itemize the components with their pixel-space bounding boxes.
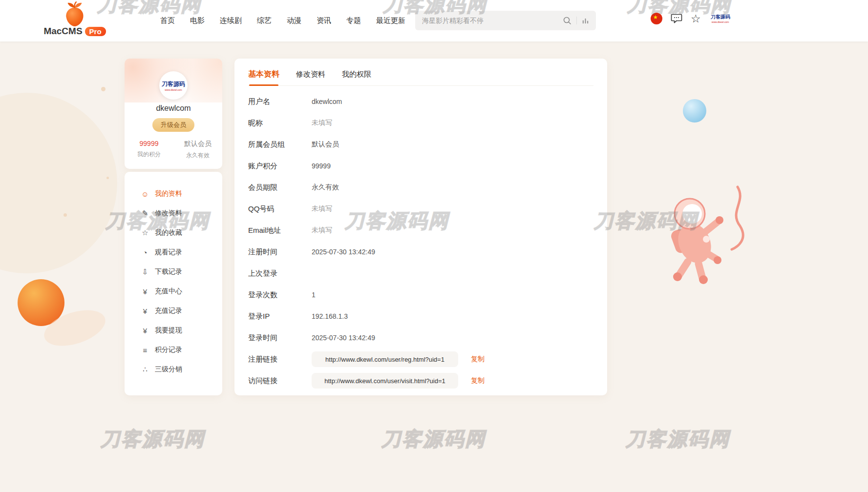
decor-dot xyxy=(106,177,109,179)
sidebar-menu-item[interactable]: ✎ 修改资料 xyxy=(125,204,222,223)
avatar: 刀客源码 www.dkewl.com xyxy=(159,71,188,100)
field-value: dkewlcom xyxy=(312,98,342,105)
field-row: Email地址 未填写 xyxy=(248,220,593,241)
favorite-star-icon[interactable]: ☆ xyxy=(691,13,701,24)
sidebar-menu: ☺ 我的资料 ✎ 修改资料 ☆ 我的收藏 ◔ 观看记录 ⇩ 下载记录 ¥ 充值中… xyxy=(125,172,222,395)
sidebar-menu-item[interactable]: ◔ 观看记录 xyxy=(125,243,222,262)
field-row: QQ号码 未填写 xyxy=(248,198,593,220)
nav-item[interactable]: 综艺 xyxy=(257,16,272,25)
field-value: 未填写 xyxy=(312,205,332,213)
copy-button[interactable]: 复制 xyxy=(471,355,485,364)
field-row: 账户积分 99999 xyxy=(248,155,593,177)
profile-card: 刀客源码 www.dkewl.com dkewlcom 升级会员 99999 我… xyxy=(125,59,222,169)
nav-item[interactable]: 最近更新 xyxy=(376,16,405,25)
field-row: 登录时间 2025-07-30 13:42:49 xyxy=(248,327,593,348)
decor-blue-sphere xyxy=(683,99,706,123)
search-bar xyxy=(415,11,596,30)
link-value-box[interactable]: http://www.dkewl.com/user/visit.html?uid… xyxy=(312,373,458,389)
field-value: 默认会员 xyxy=(312,140,339,149)
search-input[interactable] xyxy=(422,17,563,24)
field-label: 昵称 xyxy=(248,119,312,128)
tab[interactable]: 我的权限 xyxy=(342,63,371,85)
clock-icon: ◔ xyxy=(141,248,149,257)
tab[interactable]: 修改资料 xyxy=(296,63,325,85)
site-header: MacCMS Pro 首页 电影 连续剧 综艺 动漫 资讯 专题 最近更新 xyxy=(0,0,868,41)
search-icon[interactable] xyxy=(563,16,572,25)
field-value: 2025-07-30 13:42:49 xyxy=(312,248,375,256)
menu-item-label: 下载记录 xyxy=(155,267,182,276)
menu-item-label: 积分记录 xyxy=(155,346,182,354)
field-value: 未填写 xyxy=(312,226,332,235)
copy-button[interactable]: 复制 xyxy=(471,376,485,385)
field-label: 注册链接 xyxy=(248,355,312,364)
link-value-box[interactable]: http://www.dkewl.com/user/reg.html?uid=1 xyxy=(312,351,458,367)
nav-item[interactable]: 首页 xyxy=(160,16,175,25)
nav-item[interactable]: 动漫 xyxy=(287,16,301,25)
profile-tabs: 基本资料 修改资料 我的权限 xyxy=(248,63,593,86)
sidebar-menu-item[interactable]: ¥ 充值记录 xyxy=(125,301,222,321)
sidebar-menu-item[interactable]: ☺ 我的资料 xyxy=(125,184,222,204)
menu-item-label: 充值中心 xyxy=(155,287,182,296)
nav-item[interactable]: 电影 xyxy=(190,16,205,25)
decor-dot xyxy=(101,87,106,91)
field-value: 99999 xyxy=(312,162,331,170)
message-icon[interactable] xyxy=(671,13,682,24)
carrot-logo-icon xyxy=(43,1,106,27)
sidebar-menu-item[interactable]: ∴ 三级分销 xyxy=(125,360,222,379)
menu-item-label: 修改资料 xyxy=(155,209,182,218)
decor-dot xyxy=(64,213,67,217)
field-row: 登录次数 1 xyxy=(248,284,593,306)
field-label: 登录IP xyxy=(248,312,312,321)
tab[interactable]: 基本资料 xyxy=(248,63,279,85)
field-row: 会员期限 永久有效 xyxy=(248,177,593,198)
stat-value: 99999 xyxy=(125,140,173,147)
profile-detail-card: 基本资料 修改资料 我的权限 用户名 dkewlcom 昵称 未填写 所属会员组… xyxy=(234,59,607,395)
link-field-row: 访问链接 http://www.dkewl.com/user/visit.htm… xyxy=(248,370,593,391)
sidebar-menu-item[interactable]: ¥ 我要提现 xyxy=(125,321,222,340)
recharge-center-icon: ¥ xyxy=(141,287,149,296)
field-label: 访问链接 xyxy=(248,376,312,386)
partner-logo-url: www.dkewl.com xyxy=(709,20,732,23)
profile-fields: 用户名 dkewlcom 昵称 未填写 所属会员组 默认会员 账户积分 9999… xyxy=(248,86,593,348)
profile-stat: 默认会员 永久有效 xyxy=(173,140,222,160)
field-row: 登录IP 192.168.1.3 xyxy=(248,306,593,327)
nav-item[interactable]: 专题 xyxy=(346,16,361,25)
sidebar-menu-item[interactable]: ¥ 充值中心 xyxy=(125,282,222,301)
sidebar-menu-item[interactable]: ⇩ 下载记录 xyxy=(125,262,222,282)
menu-item-label: 我要提现 xyxy=(155,326,182,335)
share-icon: ∴ xyxy=(141,365,149,374)
nav-item[interactable]: 连续剧 xyxy=(220,16,242,25)
astronaut-illustration xyxy=(664,184,752,287)
field-label: 会员期限 xyxy=(248,183,312,192)
points-record-icon: ≡ xyxy=(141,346,149,354)
menu-item-label: 三级分销 xyxy=(155,365,182,374)
field-label: 用户名 xyxy=(248,97,312,106)
field-value: 1 xyxy=(312,291,316,299)
ranking-icon[interactable] xyxy=(582,17,589,24)
sidebar-menu-item[interactable]: ☆ 我的收藏 xyxy=(125,223,222,243)
header-right-icons: ★ ☆ 刀客源码 www.dkewl.com xyxy=(651,13,732,24)
field-label: 上次登录 xyxy=(248,269,312,278)
field-row: 所属会员组 默认会员 xyxy=(248,134,593,155)
partner-logo-text: 刀客源码 xyxy=(709,14,732,20)
profile-stat: 99999 我的积分 xyxy=(125,140,173,160)
menu-item-label: 充值记录 xyxy=(155,307,182,315)
site-logo[interactable]: MacCMS Pro xyxy=(43,1,106,37)
partner-logo[interactable]: 刀客源码 www.dkewl.com xyxy=(709,14,732,23)
field-label: 登录时间 xyxy=(248,333,312,343)
sidebar-menu-item[interactable]: ≡ 积分记录 xyxy=(125,340,222,360)
menu-item-label: 我的收藏 xyxy=(155,228,182,237)
upgrade-member-button[interactable]: 升级会员 xyxy=(152,118,194,132)
withdraw-icon: ¥ xyxy=(141,327,149,335)
field-row: 用户名 dkewlcom xyxy=(248,91,593,112)
menu-item-label: 观看记录 xyxy=(155,248,182,257)
field-row: 昵称 未填写 xyxy=(248,112,593,134)
language-flag-icon[interactable]: ★ xyxy=(651,13,662,24)
nav-item[interactable]: 资讯 xyxy=(317,16,331,25)
field-label: 所属会员组 xyxy=(248,140,312,149)
field-row: 注册时间 2025-07-30 13:42:49 xyxy=(248,241,593,263)
field-label: 账户积分 xyxy=(248,162,312,171)
profile-stats: 99999 我的积分 默认会员 永久有效 xyxy=(125,140,222,160)
field-value: 192.168.1.3 xyxy=(312,312,348,320)
profile-icon: ☺ xyxy=(141,190,149,198)
